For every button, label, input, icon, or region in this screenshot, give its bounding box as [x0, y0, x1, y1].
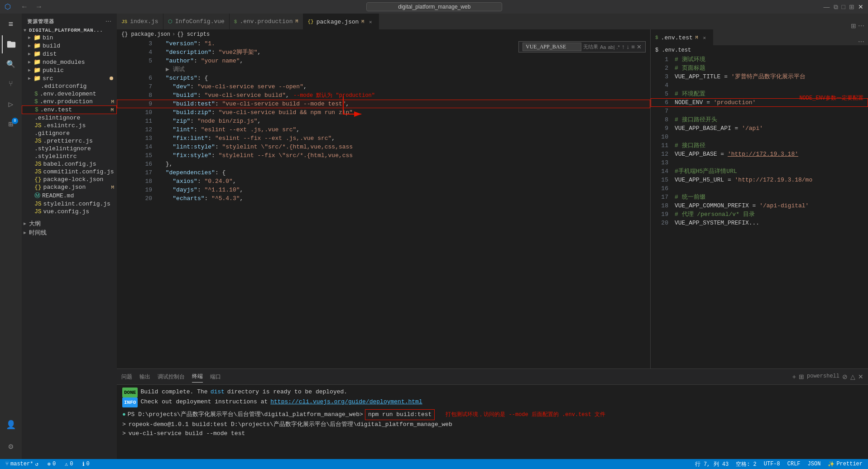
forward-button[interactable]: → — [33, 2, 45, 12]
account-activity-icon[interactable]: 👤 — [2, 416, 20, 434]
title-search-input[interactable] — [366, 2, 502, 11]
status-eol[interactable]: CRLF — [786, 461, 802, 467]
sidebar-item-commitlint[interactable]: JS commitlint.config.js — [22, 168, 117, 176]
tab-close-env-test[interactable]: ✕ — [701, 34, 708, 41]
right-breadcrumb: $ .env.test — [651, 45, 868, 55]
terminal-content[interactable]: DONE Build complete. The dist directory … — [117, 385, 868, 459]
find-match-case-button[interactable]: Aa — [600, 44, 606, 50]
status-encoding[interactable]: UTF-8 — [762, 461, 782, 467]
terminal-maximize-button[interactable]: △ — [850, 373, 855, 380]
terminal-close-button[interactable]: ✕ — [858, 373, 863, 380]
sidebar-item-bin[interactable]: ▶ 📁 bin — [22, 34, 117, 42]
tab-overflow-button[interactable]: ⋯ — [858, 22, 864, 29]
status-info-count[interactable]: ℹ 0 — [81, 461, 91, 468]
sidebar-item-prettierrc[interactable]: JS .prettierrc.js — [22, 137, 117, 145]
sidebar-item-dist[interactable]: ▶ 📁 dist — [22, 50, 117, 58]
status-warnings[interactable]: ⚠ 0 — [63, 461, 75, 468]
sidebar-item-node-modules[interactable]: ▶ 📁 node_modules — [22, 58, 117, 66]
sidebar-item-stylelintrc[interactable]: .stylelintrc — [22, 153, 117, 160]
outline-header[interactable]: ▶ 大纲 — [22, 219, 117, 228]
sidebar-more-button[interactable]: ··· — [106, 17, 111, 25]
src-label: src — [43, 75, 53, 82]
sidebar-item-src[interactable]: ▶ 📁 src — [22, 74, 117, 82]
eslintignore-label: .eslintignore — [34, 115, 80, 121]
new-terminal-button[interactable]: + — [792, 373, 796, 380]
sidebar-item-readme[interactable]: Ⓜ README.md — [22, 191, 117, 200]
stylelint-config-label: stylelint.config.js — [43, 201, 110, 207]
build-label: build — [43, 43, 60, 49]
status-position[interactable]: 行 7, 列 43 — [693, 460, 730, 468]
right-code-content[interactable]: NODE_ENV参数一定要配置 1 # 测试环境 2 # 页面标题 — [651, 55, 868, 368]
sidebar-item-env-test[interactable]: $ .env.test M — [22, 105, 117, 114]
sidebar-item-package-json[interactable]: {} package.json M — [22, 183, 117, 191]
package-json-label: package.json — [43, 184, 86, 191]
search-activity-icon[interactable]: 🔍 — [2, 55, 20, 73]
maximize-button[interactable]: □ — [842, 3, 845, 11]
minimize-button[interactable]: — — [824, 3, 830, 11]
status-branch[interactable]: ⑂ master* ↺ — [4, 461, 40, 468]
run-activity-icon[interactable]: ▷ — [2, 95, 20, 113]
public-arrow-icon: ▶ — [28, 67, 33, 73]
tab-index-js[interactable]: JS index.js — [117, 14, 163, 29]
left-code-content[interactable]: --mode 默认为 "production" — [117, 39, 650, 368]
tab-package-json[interactable]: {} package.json M ✕ — [303, 14, 379, 29]
find-no-results: 无结果 — [583, 43, 598, 50]
line-num-5b — [117, 65, 157, 74]
split-editor-button[interactable]: ⊞ — [851, 22, 856, 29]
sidebar-item-build[interactable]: ▶ 📁 build — [22, 42, 117, 50]
language-label: JSON — [808, 461, 821, 467]
dist-label: dist — [43, 51, 57, 57]
terminal-kill-button[interactable]: ⊘ — [842, 373, 848, 380]
tab-infoconfig-vue[interactable]: ⬡ InfoConfig.vue — [163, 14, 230, 29]
status-errors[interactable]: ⊗ 0 — [46, 461, 58, 468]
sidebar-item-env-development[interactable]: $ .env.development — [22, 90, 117, 98]
right-line-num-15: 15 — [651, 176, 673, 184]
settings-activity-icon[interactable]: ⚙ — [2, 437, 20, 455]
terminal-tab-ports[interactable]: 端口 — [210, 371, 221, 383]
tab-env-production[interactable]: $ .env.production M — [230, 14, 303, 29]
sidebar-item-stylelint-config[interactable]: JS stylelint.config.js — [22, 200, 117, 208]
timeline-header[interactable]: ▶ 时间线 — [22, 228, 117, 237]
terminal-tab-debug-console[interactable]: 调试控制台 — [158, 371, 185, 383]
status-language[interactable]: JSON — [806, 461, 823, 467]
tile-button[interactable]: ⧉ — [834, 3, 838, 11]
find-close-button[interactable]: ✕ — [637, 43, 642, 50]
find-next-button[interactable]: ↓ — [627, 43, 630, 50]
deployment-link[interactable]: https://cli.vuejs.org/guide/deployment.h… — [270, 397, 422, 407]
sidebar-item-editorconfig[interactable]: .editorconfig — [22, 82, 117, 90]
sidebar-item-env-production[interactable]: $ .env.production M — [22, 98, 117, 105]
tab-env-test[interactable]: $ .env.test M ✕ — [651, 29, 713, 45]
sidebar-title: 资源管理器 — [27, 18, 54, 25]
find-list-button[interactable]: ≡ — [631, 43, 635, 50]
root-folder-item[interactable]: ▼ DIGITAL_PLATFORM_MAN... — [22, 27, 117, 34]
split-button[interactable]: ⊞ — [849, 3, 854, 11]
sidebar-item-eslintignore[interactable]: .eslintignore — [22, 114, 117, 122]
terminal-tab-output[interactable]: 输出 — [139, 371, 150, 383]
sidebar-item-gitignore[interactable]: .gitignore — [22, 129, 117, 137]
close-window-button[interactable]: ✕ — [858, 3, 863, 11]
package-json-icon: {} — [34, 184, 42, 191]
terminal-annotation: 打包测试环境，访问的是 --mode 后面配置的 .env.test 文件 — [446, 410, 605, 419]
status-formatter[interactable]: ✨ Prettier — [826, 461, 864, 468]
menu-activity-icon[interactable]: ≡ — [2, 15, 20, 34]
sidebar-item-stylelintignore[interactable]: .stylelintignore — [22, 145, 117, 153]
terminal-split-button[interactable]: ⊞ — [799, 373, 804, 380]
terminal-tab-terminal[interactable]: 终端 — [192, 371, 203, 383]
sidebar-item-eslintrc[interactable]: JS .eslintrc.js — [22, 122, 117, 129]
sidebar-item-public[interactable]: ▶ 📁 public — [22, 66, 117, 74]
terminal-tab-problems[interactable]: 问题 — [121, 371, 132, 383]
find-regex-button[interactable]: .* — [617, 44, 620, 50]
tab-close-package-json[interactable]: ✕ — [367, 18, 374, 25]
explorer-activity-icon[interactable] — [2, 35, 20, 53]
find-prev-button[interactable]: ↑ — [622, 43, 625, 50]
find-input[interactable] — [523, 43, 581, 51]
sidebar-item-babel-config[interactable]: JS babel.config.js — [22, 160, 117, 168]
back-button[interactable]: ← — [18, 2, 31, 12]
status-spaces[interactable]: 空格: 2 — [734, 460, 758, 468]
sidebar-item-vue-config[interactable]: JS vue.config.js — [22, 208, 117, 215]
source-control-activity-icon[interactable]: ⑂ — [2, 75, 20, 93]
find-whole-word-button[interactable]: ab| — [608, 44, 614, 50]
sidebar-item-package-lock[interactable]: {} package-lock.json — [22, 176, 117, 183]
right-tab-more-button[interactable]: ⋯ — [858, 38, 864, 45]
extensions-activity-icon[interactable]: ⊞ 8 — [2, 115, 20, 133]
